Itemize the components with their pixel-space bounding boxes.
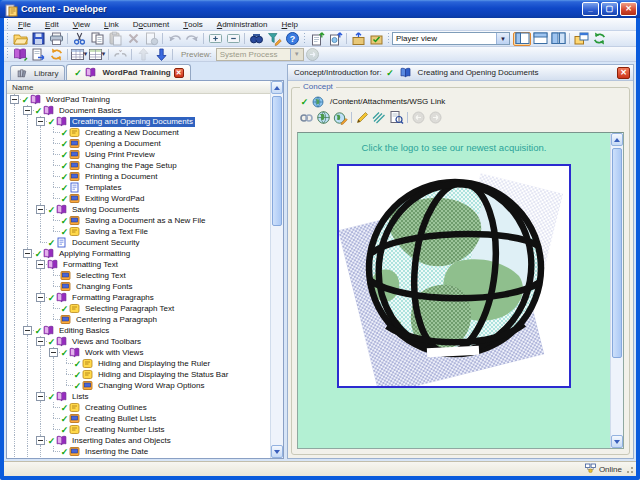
tree-item-label[interactable]: Views and Toolbars [70, 337, 143, 347]
print-button[interactable] [47, 32, 65, 46]
tree-item[interactable]: ✓Hiding and Displaying the Ruler [8, 358, 269, 369]
panel-close-button[interactable]: ✕ [617, 67, 630, 79]
scroll-down-button[interactable] [611, 435, 623, 448]
tree-item[interactable]: ✓Document Basics [8, 105, 269, 116]
scroll-up-button[interactable] [611, 133, 623, 146]
collapse-toggle-icon[interactable] [36, 392, 45, 401]
tree-item[interactable]: ✓Document Security [8, 237, 269, 248]
menu-file[interactable]: File [11, 18, 38, 31]
tree-item-label[interactable]: Changing Word Wrap Options [96, 381, 206, 391]
tree-item[interactable]: ✓Creating Bullet Lists [8, 413, 269, 424]
tree-item[interactable]: ✓Creating and Opening Documents [8, 116, 269, 127]
copy-button[interactable] [88, 32, 106, 46]
tree-item[interactable]: ✓Work with Views [8, 347, 269, 358]
collapse-toggle-icon[interactable] [36, 117, 45, 126]
scroll-up-button[interactable] [271, 81, 283, 94]
tree-item[interactable]: Centering a Paragraph [8, 314, 269, 325]
tree-item-label[interactable]: Creating Outlines [83, 403, 149, 413]
tree-item-label[interactable]: Hiding and Displaying the Ruler [96, 359, 212, 369]
tree-item[interactable]: Formatting Text [8, 259, 269, 270]
tree-item-label[interactable]: Printing a Document [83, 172, 159, 182]
collapse-toggle-icon[interactable] [49, 348, 58, 357]
clear-button[interactable] [371, 110, 388, 125]
tree-item-label[interactable]: Changing Fonts [74, 282, 134, 292]
scrollbar-thumb[interactable] [612, 148, 622, 358]
collapse-toggle-icon[interactable] [23, 326, 32, 335]
tree-item-label[interactable]: Inserting the Date [83, 447, 150, 457]
tree-item[interactable]: ✓Inserting Dates and Objects [8, 435, 269, 446]
tree-item[interactable]: ✓Formatting Paragraphs [8, 292, 269, 303]
tree-item-label[interactable]: Lists [70, 392, 90, 402]
web-edit-button[interactable] [332, 110, 349, 125]
tree-item-label[interactable]: Inserting Dates and Objects [70, 436, 173, 446]
maximize-button[interactable]: ▢ [601, 2, 618, 16]
tree-item[interactable]: ✓Selecting Paragraph Text [8, 303, 269, 314]
package-up-button[interactable] [349, 32, 367, 46]
globe-image[interactable] [339, 166, 569, 386]
tree-item-label[interactable]: Work with Views [83, 348, 145, 358]
tree-item[interactable]: ✓Changing the Page Setup [8, 160, 269, 171]
tree-item-label[interactable]: Selecting Text [74, 271, 128, 281]
tree-item-label[interactable]: Formatting Paragraphs [70, 293, 156, 303]
layout-cols-button[interactable] [549, 32, 567, 46]
tree-item-label[interactable]: Hiding and Displaying the Status Bar [96, 370, 230, 380]
menu-link[interactable]: Link [97, 18, 126, 31]
tree-item[interactable]: ✓Inserting the Date [8, 446, 269, 457]
tree-item-label[interactable]: Using Print Preview [83, 150, 157, 160]
tree-item-label[interactable]: Editing Basics [57, 326, 111, 336]
menu-help[interactable]: Help [275, 18, 305, 31]
logo-image-frame[interactable] [337, 164, 571, 388]
tree-item-label[interactable]: Centering a Paragraph [74, 315, 159, 325]
doc-arrow-button[interactable] [29, 47, 47, 61]
tree-item-label[interactable]: Creating Bullet Lists [83, 414, 158, 424]
layout-left-button[interactable] [513, 32, 531, 46]
open-button[interactable] [11, 32, 29, 46]
tree-item[interactable]: ✓Hiding and Displaying the Status Bar [8, 369, 269, 380]
collapse-toggle-icon[interactable] [36, 293, 45, 302]
doc-export-button[interactable] [308, 32, 326, 46]
tree-item[interactable]: ✓WordPad Training [8, 94, 269, 105]
pencil-button[interactable] [354, 110, 371, 125]
tree-item-label[interactable]: Saving Documents [70, 205, 141, 215]
tree-item[interactable]: ✓Templates [8, 182, 269, 193]
tree-item[interactable]: ✓Lists [8, 391, 269, 402]
web-button[interactable] [315, 110, 332, 125]
tree-item[interactable]: ✓Creating Outlines [8, 402, 269, 413]
tree-item-label[interactable]: Saving a Document as a New File [83, 216, 208, 226]
attachment-link-path[interactable]: /Content/Attachments/WSG Link [330, 97, 445, 106]
tree-item[interactable]: ✓Creating a New Document [8, 127, 269, 138]
minimize-button[interactable]: _ [582, 2, 599, 16]
grid-view2-button[interactable]: ▼ [88, 47, 106, 61]
move-down-button[interactable] [152, 47, 170, 61]
link-button[interactable] [298, 110, 315, 125]
tree-item[interactable]: ✓Saving a Text File [8, 226, 269, 237]
tree-scrollbar[interactable] [270, 81, 283, 458]
package-check-button[interactable] [367, 32, 385, 46]
sync-button[interactable] [47, 47, 65, 61]
tree-item-label[interactable]: Creating a New Document [83, 128, 181, 138]
collapse-toggle-icon[interactable] [36, 205, 45, 214]
grid-view-button[interactable]: ▼ [70, 47, 88, 61]
expand-all-button[interactable] [206, 32, 224, 46]
collapse-toggle-icon[interactable] [36, 337, 45, 346]
preview-doc-button[interactable] [388, 110, 405, 125]
tree-item-label[interactable]: Selecting Paragraph Text [83, 304, 176, 314]
tree-item-label[interactable]: Creating Number Lists [83, 425, 167, 435]
tree-item[interactable]: ✓Exiting WordPad [8, 193, 269, 204]
collapse-toggle-icon[interactable] [23, 106, 32, 115]
tree-item[interactable]: ✓Views and Toolbars [8, 336, 269, 347]
new-window-button[interactable] [572, 32, 590, 46]
tree-item[interactable]: ✓Creating Number Lists [8, 424, 269, 435]
tree-item-label[interactable]: Applying Formatting [57, 249, 132, 259]
menu-administration[interactable]: Administration [210, 18, 275, 31]
tree-item[interactable]: ✓Opening a Document [8, 138, 269, 149]
find-button[interactable] [247, 32, 265, 46]
cut-button[interactable] [70, 32, 88, 46]
tree-item[interactable]: ✓Printing a Document [8, 171, 269, 182]
tab-wordpad-training[interactable]: ✓WordPad Training✕ [66, 64, 190, 80]
tree-item-label[interactable]: Opening a Document [83, 139, 163, 149]
tree-item[interactable]: ✓Saving a Document as a New File [8, 215, 269, 226]
tab-close-button[interactable]: ✕ [174, 68, 184, 78]
close-button[interactable]: ✕ [620, 2, 637, 16]
tree-item[interactable]: ✓Using Print Preview [8, 149, 269, 160]
